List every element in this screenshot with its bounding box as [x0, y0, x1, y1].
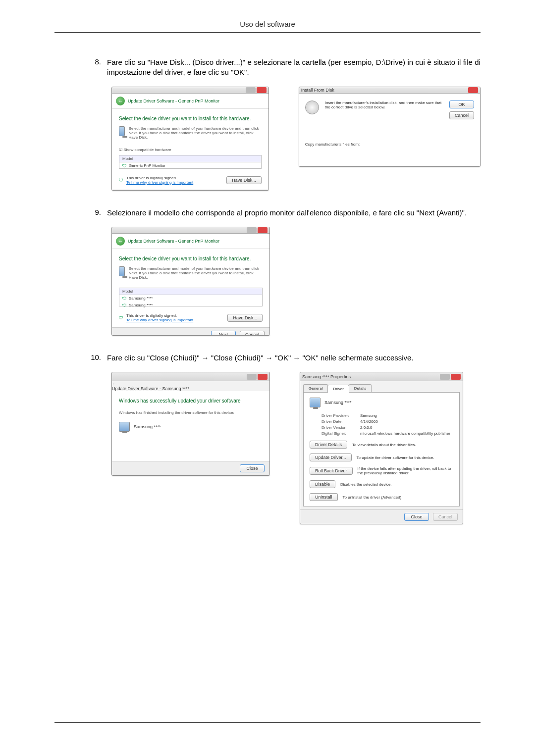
- success-subtext: Windows has finished installing the driv…: [119, 410, 263, 415]
- list-item[interactable]: 🛡Samsung ****: [119, 302, 262, 309]
- wizard-breadcrumb: ← Update Driver Software - Generic PnP M…: [112, 234, 269, 249]
- shield-icon: 🛡: [119, 315, 123, 320]
- step-8: 8. Fare clic su "Have Disk... (Disco dri…: [89, 57, 481, 78]
- cancel-button: Cancel: [433, 513, 458, 521]
- date-key: Driver Date:: [321, 419, 360, 424]
- signer-key: Digital Signer:: [321, 431, 360, 436]
- close-button[interactable]: Close: [404, 513, 429, 521]
- list-item[interactable]: 🛡Generic PnP Monitor: [119, 162, 261, 169]
- list-item[interactable]: 🛡Samsung ****: [119, 295, 262, 302]
- close-icon[interactable]: [468, 87, 478, 93]
- ifd-title: Install From Disk: [301, 88, 334, 93]
- dialog-titlebar: [112, 372, 269, 381]
- driver-details-desc: To view details about the driver files.: [352, 443, 453, 447]
- monitor-icon: [119, 422, 130, 432]
- shield-icon: 🛡: [122, 296, 127, 301]
- monitor-icon: [310, 398, 321, 407]
- version-val: 2.0.0.0: [360, 425, 372, 430]
- uninstall-desc: To uninstall the driver (Advanced).: [343, 495, 453, 500]
- props-title: Samsung **** Properties: [302, 374, 351, 379]
- wizard-breadcrumb-text: Update Driver Software - Samsung ****: [112, 386, 189, 391]
- update-driver-wizard-dialog-2: ← Update Driver Software - Generic PnP M…: [111, 227, 270, 336]
- signed-label: This driver is digitally signed.: [126, 313, 193, 318]
- model-list-header: Model: [119, 155, 261, 162]
- wizard-heading: Select the device driver you want to ins…: [119, 256, 263, 261]
- disable-button[interactable]: Disable: [310, 480, 335, 488]
- header-rule: [54, 32, 481, 33]
- monitor-icon: [119, 266, 125, 276]
- have-disk-button[interactable]: Have Disk...: [227, 314, 263, 322]
- dialog-titlebar: Install From Disk: [299, 87, 480, 94]
- wizard-breadcrumb: ← Update Driver Software - Samsung ****: [112, 381, 269, 391]
- minimize-icon[interactable]: [247, 227, 257, 233]
- close-icon[interactable]: [451, 374, 461, 380]
- back-icon: ←: [112, 381, 269, 386]
- minimize-icon[interactable]: [247, 374, 257, 380]
- show-compatible-checkbox[interactable]: ☑ Show compatible hardware: [119, 148, 262, 152]
- step-8-figures: ← Update Driver Software - Generic PnP M…: [111, 87, 481, 191]
- wizard-hint: Select the manufacturer and model of you…: [129, 126, 262, 140]
- step-10: 10. Fare clic su "Close (Chiudi)" → "Clo…: [89, 353, 481, 363]
- have-disk-button[interactable]: Have Disk...: [226, 176, 262, 184]
- tab-general[interactable]: General: [303, 384, 328, 392]
- help-icon[interactable]: [440, 374, 450, 380]
- success-device: Samsung ****: [134, 424, 161, 429]
- wizard-breadcrumb-text: Update Driver Software - Generic PnP Mon…: [128, 99, 219, 103]
- step-8-text: Fare clic su "Have Disk... (Disco driver…: [107, 57, 481, 78]
- signing-info-link[interactable]: Tell me why driver signing is important: [126, 180, 193, 185]
- back-icon[interactable]: ←: [116, 237, 125, 246]
- page-header: Uso del software: [54, 20, 481, 28]
- driver-details-button[interactable]: Driver Details: [310, 441, 347, 449]
- cancel-button[interactable]: Cancel: [240, 331, 265, 336]
- next-button[interactable]: Next: [211, 331, 236, 336]
- step-9-number: 9.: [89, 208, 107, 218]
- minimize-icon[interactable]: [246, 87, 256, 93]
- close-icon[interactable]: [258, 227, 268, 233]
- success-heading: Windows has successfully updated your dr…: [119, 398, 263, 403]
- monitor-icon: [119, 126, 125, 136]
- provider-key: Driver Provider:: [321, 413, 360, 418]
- step-8-number: 8.: [89, 57, 107, 78]
- step-10-text: Fare clic su "Close (Chiudi)" → "Close (…: [107, 353, 481, 363]
- cancel-button[interactable]: Cancel: [449, 111, 474, 119]
- wizard-heading: Select the device driver you want to ins…: [119, 116, 262, 121]
- shield-icon: 🛡: [122, 303, 127, 308]
- step-9: 9. Selezionare il modello che corrispond…: [89, 208, 481, 218]
- props-tabs: General Driver Details: [303, 384, 460, 393]
- update-success-dialog: ← Update Driver Software - Samsung **** …: [111, 372, 270, 476]
- device-properties-dialog: Samsung **** Properties General Driver D…: [300, 372, 463, 524]
- dialog-titlebar: [112, 87, 268, 94]
- version-key: Driver Version:: [321, 425, 360, 430]
- uninstall-button[interactable]: Uninstall: [310, 493, 338, 501]
- step-9-figures: ← Update Driver Software - Generic PnP M…: [111, 227, 481, 336]
- update-driver-wizard-dialog: ← Update Driver Software - Generic PnP M…: [111, 87, 269, 191]
- provider-val: Samsung: [360, 413, 377, 418]
- footer-rule: [54, 722, 481, 723]
- wizard-breadcrumb-text: Update Driver Software - Generic PnP Mon…: [128, 239, 219, 244]
- close-icon[interactable]: [258, 374, 268, 380]
- disable-desc: Disables the selected device.: [340, 482, 453, 487]
- ifd-message: Insert the manufacturer's installation d…: [325, 101, 443, 119]
- update-driver-button[interactable]: Update Driver...: [310, 454, 352, 461]
- copy-from-label: Copy manufacturer's files from:: [305, 142, 474, 147]
- model-listbox[interactable]: Model 🛡Generic PnP Monitor: [119, 155, 262, 169]
- shield-icon: 🛡: [122, 163, 127, 168]
- wizard-breadcrumb: ← Update Driver Software - Generic PnP M…: [112, 94, 268, 109]
- model-listbox[interactable]: Model 🛡Samsung **** 🛡Samsung ****: [119, 288, 263, 306]
- close-icon[interactable]: [257, 87, 267, 93]
- back-icon[interactable]: ←: [116, 97, 125, 105]
- roll-back-button[interactable]: Roll Back Driver: [310, 467, 353, 475]
- step-10-figures: ← Update Driver Software - Samsung **** …: [111, 372, 481, 524]
- step-9-text: Selezionare il modello che corrisponde a…: [107, 208, 481, 218]
- shield-icon: 🛡: [119, 178, 123, 183]
- disc-icon: [305, 101, 319, 114]
- tab-driver[interactable]: Driver: [327, 385, 349, 393]
- roll-back-desc: If the device fails after updating the d…: [358, 466, 453, 475]
- ok-button[interactable]: OK: [449, 101, 474, 108]
- signed-label: This driver is digitally signed.: [126, 176, 193, 180]
- install-from-disk-dialog: Install From Disk Insert the manufacture…: [299, 87, 481, 167]
- tab-details[interactable]: Details: [349, 384, 372, 392]
- close-button[interactable]: Close: [240, 464, 265, 472]
- dialog-titlebar: Samsung **** Properties: [300, 372, 463, 381]
- signing-info-link[interactable]: Tell me why driver signing is important: [126, 318, 193, 322]
